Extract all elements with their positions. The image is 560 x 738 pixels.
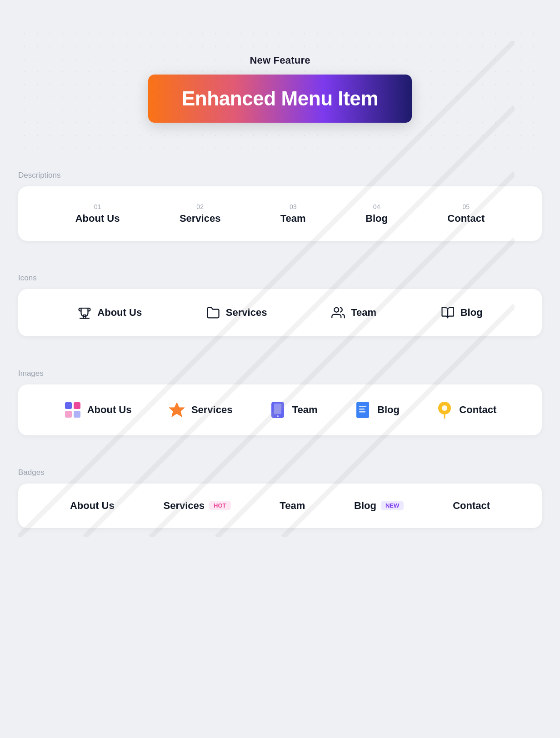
svg-point-14 [277, 415, 279, 417]
desc-name-4: Blog [365, 213, 388, 224]
image-label-blog: Blog [377, 404, 400, 416]
badges-section-label: Badges [18, 468, 45, 477]
badges-card: About Us Services HOT Team Blog NEW Cont… [18, 484, 542, 528]
svg-rect-16 [359, 406, 366, 407]
svg-rect-17 [359, 409, 365, 410]
svg-rect-6 [65, 402, 72, 409]
svg-rect-13 [274, 404, 281, 414]
icon-item-services[interactable]: Services [206, 305, 267, 320]
badge-item-blog[interactable]: Blog NEW [354, 500, 404, 512]
descriptions-section-label: Descriptions [18, 171, 61, 180]
icons-section-label: Icons [18, 274, 37, 283]
image-item-team[interactable]: Team [269, 401, 318, 419]
image-item-contact[interactable]: Contact [435, 401, 496, 419]
desc-name-2: Services [180, 213, 221, 224]
svg-rect-9 [74, 411, 80, 418]
grid-purple-icon [64, 401, 82, 419]
image-item-services[interactable]: Services [168, 401, 233, 419]
blog-blue-icon [354, 401, 372, 419]
badge-label-contact: Contact [453, 500, 490, 512]
icons-card: About Us Services [18, 289, 542, 336]
icon-label-blog: Blog [460, 307, 483, 319]
badge-item-about[interactable]: About Us [70, 500, 115, 512]
people-icon [331, 305, 345, 320]
desc-number-5: 05 [463, 203, 470, 212]
desc-item-team[interactable]: 03 Team [280, 203, 306, 224]
image-item-about[interactable]: About Us [64, 401, 132, 419]
badge-label-blog: Blog [354, 500, 376, 512]
phone-blue-icon [269, 401, 287, 419]
icon-item-team[interactable]: Team [331, 305, 376, 320]
desc-item-about[interactable]: 01 About Us [75, 203, 120, 224]
enhanced-menu-banner: Enhanced Menu Item [148, 75, 412, 123]
badge-item-contact[interactable]: Contact [453, 500, 490, 512]
badge-label-team: Team [280, 500, 305, 512]
folder-icon [206, 305, 220, 320]
svg-rect-15 [356, 402, 369, 418]
image-label-team: Team [292, 404, 318, 416]
desc-number-1: 01 [94, 203, 101, 212]
desc-item-blog[interactable]: 04 Blog [365, 203, 388, 224]
images-section-label: Images [18, 369, 44, 378]
image-label-contact: Contact [459, 404, 496, 416]
svg-rect-18 [359, 411, 365, 413]
desc-item-contact[interactable]: 05 Contact [447, 203, 485, 224]
badge-label-about: About Us [70, 500, 115, 512]
desc-name-5: Contact [447, 213, 485, 224]
new-badge: NEW [381, 501, 404, 510]
svg-point-20 [442, 405, 447, 411]
star-orange-icon [168, 401, 186, 419]
svg-rect-8 [65, 411, 72, 418]
desc-number-2: 02 [196, 203, 204, 212]
descriptions-card: 01 About Us 02 Services 03 Team 04 Blog … [18, 186, 542, 241]
desc-item-services[interactable]: 02 Services [180, 203, 221, 224]
new-feature-label: New Feature [250, 55, 310, 66]
badge-item-team[interactable]: Team [280, 500, 305, 512]
pin-yellow-icon [435, 401, 454, 419]
desc-name-1: About Us [75, 213, 120, 224]
desc-number-3: 03 [290, 203, 297, 212]
badge-label-services: Services [164, 500, 205, 512]
hot-badge: HOT [209, 501, 230, 510]
image-item-blog[interactable]: Blog [354, 401, 400, 419]
images-card: About Us Services [18, 384, 542, 435]
svg-point-5 [334, 307, 339, 312]
icon-label-about: About Us [97, 307, 142, 319]
icon-label-services: Services [226, 307, 267, 319]
icon-item-blog[interactable]: Blog [440, 305, 483, 320]
svg-rect-7 [74, 402, 80, 409]
badge-item-services[interactable]: Services HOT [164, 500, 231, 512]
icon-item-about[interactable]: About Us [77, 305, 142, 320]
desc-number-4: 04 [373, 203, 380, 212]
book-icon [440, 305, 455, 320]
enhanced-menu-banner-text: Enhanced Menu Item [182, 87, 378, 110]
desc-name-3: Team [280, 213, 306, 224]
icon-label-team: Team [351, 307, 376, 319]
image-label-services: Services [191, 404, 233, 416]
image-label-about: About Us [87, 404, 132, 416]
trophy-icon [77, 305, 92, 320]
